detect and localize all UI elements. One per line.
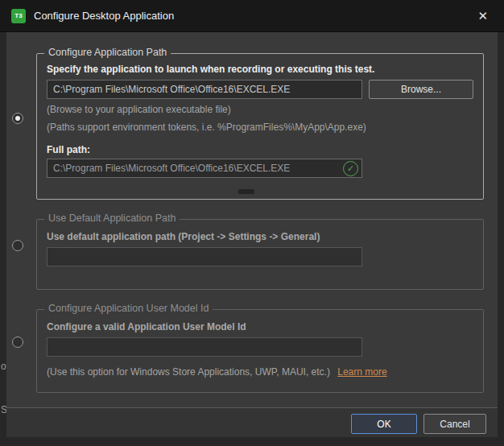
full-path-readonly-input[interactable]: [47, 159, 362, 178]
title-bar: T3 Configure Desktop Application ✕: [0, 0, 504, 32]
user-model-id-hint-text: (Use this option for Windows Store Appli…: [47, 366, 330, 378]
splitter-grip: [238, 189, 254, 194]
user-model-id-instruction: Configure a valid Application User Model…: [47, 321, 246, 332]
window-title: Configure Desktop Application: [34, 10, 174, 22]
default-path-input[interactable]: [47, 247, 362, 266]
full-path-label: Full path:: [47, 144, 90, 155]
tokens-hint: (Paths support environment tokens, i.e. …: [47, 122, 366, 133]
group-title: Configure Application Path: [44, 47, 171, 58]
radio-use-default-application-path[interactable]: [12, 240, 23, 251]
group-title: Use Default Application Path: [44, 213, 180, 224]
user-model-id-input[interactable]: [47, 337, 362, 357]
group-use-default-application-path: Use Default Application Path Use default…: [36, 219, 484, 290]
browse-button[interactable]: Browse...: [369, 80, 473, 99]
valid-check-icon: ✓: [343, 161, 358, 176]
app-path-instruction: Specify the application to launch when r…: [47, 64, 374, 75]
learn-more-link[interactable]: Learn more: [337, 366, 386, 378]
cancel-button[interactable]: Cancel: [423, 414, 486, 434]
close-icon[interactable]: ✕: [473, 6, 493, 25]
browse-hint: (Browse to your application executable f…: [47, 104, 231, 115]
group-title: Configure Application User Model Id: [44, 303, 213, 314]
application-path-input[interactable]: [47, 80, 362, 99]
group-configure-application-path: Configure Application Path Specify the a…: [36, 53, 484, 200]
group-configure-user-model-id: Configure Application User Model Id Conf…: [36, 309, 484, 393]
user-model-id-hint: (Use this option for Windows Store Appli…: [47, 366, 387, 378]
radio-configure-application-path[interactable]: [12, 113, 23, 124]
ok-button[interactable]: OK: [351, 414, 417, 434]
dialog-footer: OK Cancel: [6, 407, 498, 437]
app-logo-icon: T3: [11, 9, 26, 23]
radio-configure-user-model-id[interactable]: [12, 337, 23, 348]
default-path-instruction: Use default application path (Project ->…: [47, 231, 320, 242]
configure-desktop-application-dialog: oc S T3 Configure Desktop Application ✕ …: [0, 0, 504, 446]
